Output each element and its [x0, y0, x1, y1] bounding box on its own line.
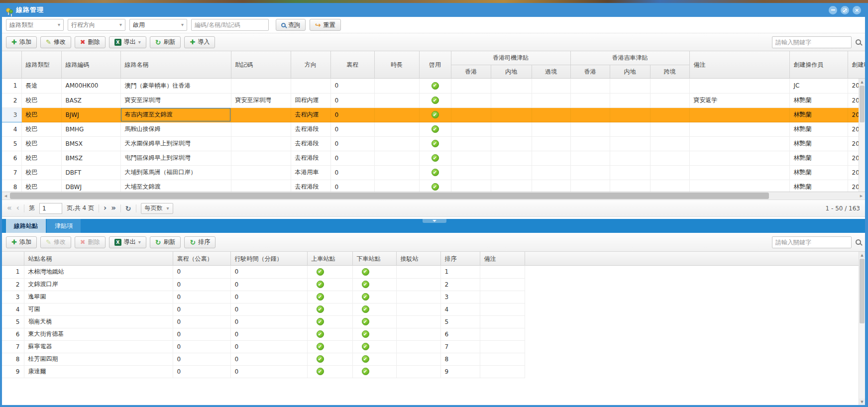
scrollbar-thumb[interactable]: [10, 193, 769, 199]
sort-stations-button[interactable]: ↻ 排序: [184, 236, 216, 248]
sort-icon: ↻: [190, 239, 196, 246]
caret-down-icon: ▾: [138, 240, 141, 245]
scroll-up-arrow-icon[interactable]: ▲: [859, 252, 865, 258]
last-page-button[interactable]: »: [111, 204, 116, 212]
scroll-up-arrow-icon[interactable]: ▲: [859, 79, 865, 85]
enabled-check-icon: ✔: [317, 355, 324, 363]
delete-x-icon: ✖: [80, 239, 86, 245]
enabled-check-icon: ✔: [432, 140, 439, 147]
add-station-button[interactable]: ✚ 添加: [6, 236, 37, 248]
scroll-down-arrow-icon[interactable]: ▼: [859, 399, 865, 405]
delete-station-button[interactable]: ✖ 刪除: [75, 236, 106, 248]
pencil-icon: ✎: [46, 39, 51, 45]
search-icon[interactable]: [856, 239, 861, 245]
code-name-mnemonic-input[interactable]: [191, 19, 269, 31]
caret-down-icon: ▾: [167, 206, 169, 211]
routes-vertical-scrollbar[interactable]: ▲: [859, 79, 865, 192]
route-row[interactable]: 7校巴DBFT大埔到落馬洲（福田口岸）本港用車0✔林艷蘭20: [2, 165, 865, 180]
routes-horizontal-scrollbar[interactable]: ◀ ▶: [2, 192, 865, 200]
route-row[interactable]: 6校巴BMSZ屯門區保姆早上到深圳灣去程港段0✔林艷蘭20: [2, 151, 865, 165]
station-row[interactable]: 5嶺南天橋00✔✔5: [2, 315, 525, 328]
routes-keyword-input[interactable]: [772, 36, 852, 48]
route-row[interactable]: 8校巴DBWJ大埔至文錦渡去程港段0✔林艷蘭20: [2, 180, 865, 192]
scrollbar-thumb[interactable]: [860, 86, 865, 122]
plus-icon: ✚: [11, 39, 17, 45]
maximize-button[interactable]: [841, 6, 849, 14]
edit-route-button[interactable]: ✎ 修改: [40, 36, 71, 48]
enabled-check-icon: ✔: [362, 281, 369, 288]
routes-grid: 線路類型線路編碼線路名稱助記碼方向裏程時長啓用香港司機津貼香港吉車津貼備注創建操…: [2, 51, 865, 192]
station-row[interactable]: 6東大街肯德基00✔✔6: [2, 328, 525, 340]
trip-direction-select[interactable]: 行程方向 ▾: [68, 19, 125, 31]
page-label-prefix: 第: [29, 204, 35, 212]
import-routes-button[interactable]: ✚ 導入: [184, 36, 215, 48]
edit-station-button[interactable]: ✎ 修改: [40, 236, 71, 248]
route-type-select[interactable]: 線路類型 ▾: [6, 19, 64, 31]
next-page-button[interactable]: ›: [104, 204, 107, 212]
delete-route-button[interactable]: ✖ 刪除: [75, 36, 106, 48]
minimize-icon: [831, 9, 835, 10]
refresh-page-button[interactable]: ↻: [125, 205, 131, 212]
plus-icon: ✚: [11, 239, 17, 245]
scroll-left-arrow-icon[interactable]: ◀: [2, 192, 9, 200]
stations-table-header: 站點名稱裏程（公裏）行駛時間（分鍾）上車站點下車站點接駁站排序備注: [2, 252, 525, 266]
enabled-check-icon: ✔: [362, 355, 369, 363]
station-row[interactable]: 1木棉灣地鐵站00✔✔1: [2, 266, 525, 278]
refresh-stations-button[interactable]: ↻ 刷新: [150, 236, 181, 248]
pagination-bar: « ‹ 第 页,共 4 页 › » ↻ 每页数 ▾ 1 - 50 / 163: [2, 200, 865, 217]
enabled-check-icon: ✔: [362, 318, 369, 325]
station-row[interactable]: 9康達爾00✔✔9: [2, 365, 525, 378]
stations-keyword-input[interactable]: [772, 236, 852, 248]
enabled-check-icon: ✔: [362, 305, 369, 313]
reset-arrow-icon: ↪: [315, 21, 321, 28]
scroll-right-arrow-icon[interactable]: ▶: [858, 192, 865, 200]
enabled-check-icon: ✔: [317, 368, 324, 375]
stations-grid: 站點名稱裏程（公裏）行駛時間（分鍾）上車站點下車站點接駁站排序備注 1木棉灣地鐵…: [2, 252, 865, 405]
stations-toolbar: ✚ 添加 ✎ 修改 ✖ 刪除 X 導出 ▾ ↻ 刷新 ↻ 排序: [2, 233, 865, 252]
page-number-input[interactable]: [39, 203, 62, 214]
station-row[interactable]: 8桂芳園四期00✔✔8: [2, 353, 525, 365]
enabled-check-icon: ✔: [432, 125, 439, 133]
station-row[interactable]: 4可園00✔✔4: [2, 303, 525, 315]
reset-button[interactable]: ↪ 重置: [310, 19, 341, 31]
station-row[interactable]: 7蘇寧電器00✔✔7: [2, 340, 525, 353]
tab-subsidy-items[interactable]: 津貼項: [47, 219, 81, 233]
station-row[interactable]: 3逸翠園00✔✔3: [2, 291, 525, 303]
minimize-button[interactable]: [829, 6, 837, 14]
page-total-label: 页,共 4 页: [67, 204, 94, 212]
route-row[interactable]: 5校巴BMSX天水圍保姆早上到深圳灣去程港段0✔林艷蘭20: [2, 136, 865, 151]
routes-toolbar: ✚ 添加 ✎ 修改 ✖ 刪除 X 導出 ▾ ↻ 刷新 ✚ 導入: [2, 33, 865, 51]
enabled-check-icon: ✔: [432, 154, 439, 162]
status-select[interactable]: 啟用 ▾: [129, 19, 187, 31]
enabled-check-icon: ✔: [432, 97, 439, 104]
add-route-button[interactable]: ✚ 添加: [6, 36, 37, 48]
close-button[interactable]: ×: [853, 6, 861, 14]
station-row[interactable]: 2文錦渡口岸00✔✔2: [2, 278, 525, 291]
enabled-check-icon: ✔: [362, 343, 369, 350]
stations-vertical-scrollbar[interactable]: ▲ ▼: [859, 252, 865, 405]
route-row[interactable]: 2校巴BASZ寶安至深圳灣寶安至深圳灣回程内運0✔寶安返学林艷蘭20: [2, 93, 865, 107]
export-routes-button[interactable]: X 導出 ▾: [109, 36, 146, 48]
search-icon[interactable]: [856, 39, 861, 45]
collapse-panel-button[interactable]: [423, 219, 446, 223]
enabled-check-icon: ✔: [317, 343, 324, 350]
export-stations-button[interactable]: X 導出 ▾: [109, 236, 146, 248]
caret-down-icon: ▾: [119, 22, 122, 27]
plus-icon: ✚: [190, 39, 195, 45]
enabled-check-icon: ✔: [362, 368, 369, 375]
caret-down-icon: ▾: [138, 40, 141, 45]
refresh-icon: ↻: [155, 39, 161, 46]
query-button[interactable]: 查詢: [276, 19, 306, 31]
route-row[interactable]: 1長途AM00HK00澳門（豪華轎車）往香港0✔JC20: [2, 79, 865, 93]
route-row[interactable]: 4校巴BMHG馬鞍山接保姆去程港段0✔林艷蘭20: [2, 122, 865, 136]
refresh-routes-button[interactable]: ↻ 刷新: [150, 36, 181, 48]
separator: [136, 204, 136, 212]
page-size-select[interactable]: 每页数 ▾: [141, 203, 173, 214]
tab-route-stations[interactable]: 線路站點: [6, 219, 46, 233]
first-page-button[interactable]: «: [7, 204, 12, 212]
enabled-check-icon: ✔: [362, 293, 369, 301]
scrollbar-thumb[interactable]: [860, 259, 865, 323]
pencil-icon: ✎: [46, 239, 51, 245]
prev-page-button[interactable]: ‹: [16, 204, 19, 212]
route-row[interactable]: 3校巴BJWJ布吉内運至文錦渡去程内運0✔林艷蘭20: [2, 107, 865, 122]
